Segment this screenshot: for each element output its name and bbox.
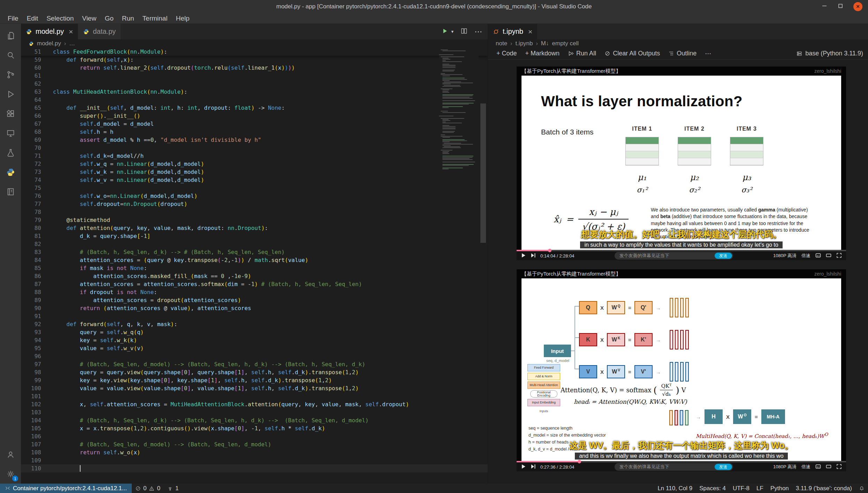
language-mode[interactable]: Python: [767, 484, 792, 493]
account-icon[interactable]: [0, 445, 21, 464]
menu-edit[interactable]: Edit: [23, 14, 43, 23]
source-control-icon[interactable]: [0, 65, 21, 84]
speed-selector[interactable]: 倍速: [801, 253, 810, 259]
notebook-icon[interactable]: [0, 182, 21, 201]
ports-indicator[interactable]: 1: [164, 484, 182, 493]
progress-knob[interactable]: [578, 460, 581, 463]
run-all-button[interactable]: Run All: [564, 49, 600, 58]
close-tab-icon[interactable]: ×: [69, 28, 73, 36]
close-tab-icon[interactable]: ×: [528, 28, 532, 36]
sticky-scroll-line[interactable]: 51class FeedForwardBlock(nn.Module):: [21, 48, 488, 56]
subtitle-icon[interactable]: [815, 464, 821, 470]
breadcrumb-symbol[interactable]: …: [69, 40, 75, 47]
progress-bar[interactable]: [517, 250, 846, 251]
video-player-1[interactable]: 【基于PyTorch从零构建Transformer模型】 zero_lshils…: [517, 67, 846, 260]
settings-gear-icon[interactable]: 1: [0, 464, 21, 484]
tab-t-ipynb[interactable]: t.ipynb ×: [488, 24, 538, 39]
problems-indicator[interactable]: 0 0: [132, 484, 164, 493]
progress-bar[interactable]: [517, 461, 846, 462]
add-code-cell-button[interactable]: + Code: [493, 49, 520, 58]
toolbar-more-icon[interactable]: ⋯: [701, 49, 715, 59]
subtitle-icon[interactable]: [815, 253, 821, 259]
python-interpreter[interactable]: 3.11.9 ('base': conda): [792, 484, 855, 493]
code-line-108: 108 return self.w_o(x): [21, 448, 488, 456]
split-editor-icon[interactable]: [460, 28, 467, 36]
testing-icon[interactable]: [0, 143, 21, 162]
search-icon[interactable]: [0, 45, 21, 65]
clear-all-outputs-button[interactable]: Clear All Outputs: [601, 49, 663, 58]
tab-data-py[interactable]: data.py: [78, 24, 121, 39]
quality-selector[interactable]: 1080P 高清: [773, 464, 797, 470]
code-line-84: 84 attention_scores = (query @ key.trans…: [21, 256, 488, 264]
encoding[interactable]: UTF-8: [729, 484, 753, 493]
clear-icon: [604, 51, 610, 56]
run-python-file-button[interactable]: [441, 28, 448, 36]
progress-knob[interactable]: [548, 249, 551, 252]
danmaku-input[interactable]: 发个友善的弹幕见证当下 发送: [615, 463, 733, 471]
matrix-row-q: QXWQ=Q'→: [579, 298, 689, 317]
outline-button[interactable]: Outline: [665, 49, 700, 58]
scrollbar-thumb[interactable]: [480, 103, 486, 243]
multihead-formula: MultiHead(Q, K, V) = Concat(head₁, …, he…: [696, 432, 828, 439]
editor-scrollbar[interactable]: [479, 48, 488, 484]
indentation[interactable]: Spaces: 4: [696, 484, 729, 493]
remote-explorer-icon[interactable]: [0, 123, 21, 143]
add-markdown-cell-button[interactable]: + Markdown: [522, 49, 563, 58]
python-icon[interactable]: [0, 162, 21, 182]
menu-file[interactable]: File: [3, 14, 23, 23]
remote-indicator[interactable]: Container pytorch/pytorch:2.4.1-cuda12.1…: [0, 484, 132, 493]
breadcrumb-file[interactable]: model.py: [37, 40, 61, 47]
minimize-button[interactable]: [821, 3, 828, 10]
breadcrumb-folder[interactable]: note: [496, 40, 507, 47]
menu-selection[interactable]: Selection: [42, 14, 78, 23]
play-icon[interactable]: [521, 464, 526, 470]
cursor-position[interactable]: Ln 110, Col 9: [654, 484, 696, 493]
widescreen-icon[interactable]: [826, 253, 831, 259]
danmaku-input[interactable]: 发个友善的弹幕见证当下 发送: [615, 252, 733, 260]
explorer-icon[interactable]: [0, 26, 21, 45]
breadcrumb-file[interactable]: t.ipynb: [515, 40, 533, 47]
eol-selector[interactable]: LF: [753, 484, 767, 493]
close-button[interactable]: ×: [853, 2, 862, 11]
code-line-86: 86 attention_scores.masked_fill_(mask ==…: [21, 272, 488, 280]
run-dropdown-icon[interactable]: ▾: [451, 29, 454, 34]
tab-model-py[interactable]: model.py ×: [21, 24, 78, 39]
time-display: 0:27:36 / 2:28:04: [540, 464, 574, 470]
menu-view[interactable]: View: [78, 14, 101, 23]
speed-selector[interactable]: 倍速: [801, 464, 810, 470]
play-icon[interactable]: [521, 253, 526, 259]
code-editor[interactable]: 51class FeedForwardBlock(nn.Module): 59 …: [21, 48, 488, 484]
maximize-button[interactable]: [837, 3, 844, 10]
notifications-bell-icon[interactable]: [855, 484, 868, 493]
next-icon[interactable]: [531, 253, 536, 259]
menu-run[interactable]: Run: [118, 14, 138, 23]
code-line-76: 76 self.w_o=nn.Linear(d_model,d_model): [21, 192, 488, 200]
text-cursor: [80, 465, 81, 472]
fullscreen-icon[interactable]: [836, 253, 842, 259]
menu-go[interactable]: Go: [100, 14, 117, 23]
next-icon[interactable]: [531, 464, 536, 470]
extensions-icon[interactable]: [0, 104, 21, 123]
code-line-68: 68 self.h = h: [21, 128, 488, 136]
notebook-body[interactable]: 【基于PyTorch从零构建Transformer模型】 zero_lshils…: [488, 60, 868, 484]
code-line-97: 97 # (Batch, Seq_len, d_model) --> (Batc…: [21, 360, 488, 368]
notebook-breadcrumb[interactable]: note › t.ipynb › M↓ empty cell: [488, 39, 868, 48]
chevron-right-icon: ›: [536, 40, 538, 47]
danmaku-send-button[interactable]: 发送: [715, 253, 732, 259]
more-actions-icon[interactable]: ⋯: [474, 27, 482, 36]
breadcrumb-cell[interactable]: empty cell: [552, 40, 579, 47]
menu-help[interactable]: Help: [172, 14, 193, 23]
fullscreen-icon[interactable]: [836, 464, 842, 470]
breadcrumb[interactable]: model.py › …: [21, 39, 488, 48]
video-player-2[interactable]: 【基于PyTorch从零构建Transformer模型】 zero_lshils…: [517, 269, 846, 471]
menu-terminal[interactable]: Terminal: [138, 14, 172, 23]
kernel-picker[interactable]: base (Python 3.11.9): [796, 50, 863, 57]
code-lines[interactable]: 59 def forward(self,x):60 return self.li…: [21, 56, 488, 472]
danmaku-send-button[interactable]: 发送: [715, 464, 732, 470]
run-debug-icon[interactable]: [0, 84, 21, 104]
matrix-row-v: VXWV=V'→: [579, 362, 689, 382]
quality-selector[interactable]: 1080P 高清: [773, 253, 797, 259]
widescreen-icon[interactable]: [826, 464, 831, 470]
code-line-67: 67 self.d_model = d_model: [21, 120, 488, 128]
minimap[interactable]: [439, 48, 479, 172]
